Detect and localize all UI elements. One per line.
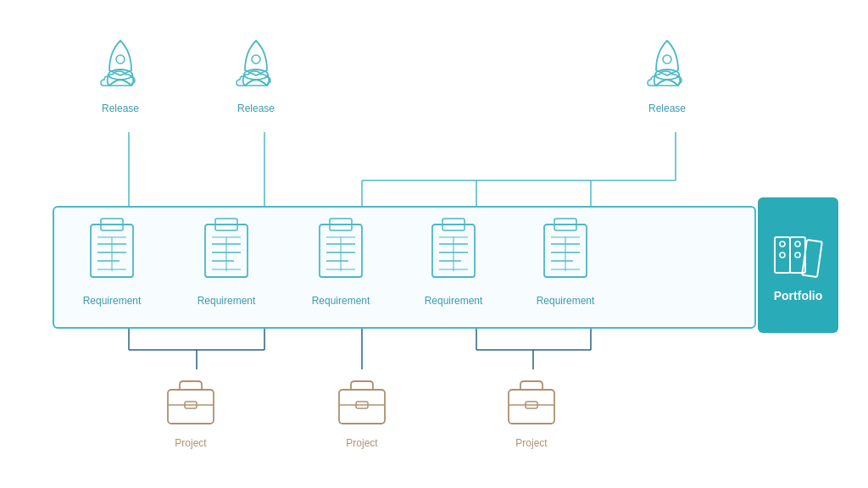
- project-1-label: Project: [175, 437, 206, 449]
- requirements-box: [53, 206, 756, 329]
- requirement-3-label: Requirement: [312, 295, 370, 307]
- portfolio-label: Portfolio: [774, 289, 823, 302]
- release-1-label: Release: [102, 103, 139, 114]
- release-3: Release: [637, 28, 697, 114]
- svg-point-21: [795, 252, 800, 258]
- requirement-icon-4: [424, 212, 483, 292]
- project-2: Project: [332, 371, 392, 449]
- svg-rect-16: [775, 237, 790, 273]
- portfolio-icon: [771, 229, 826, 284]
- svg-rect-75: [509, 390, 554, 424]
- svg-point-17: [780, 241, 785, 247]
- project-icon-3: [502, 371, 561, 435]
- project-icon-1: [161, 371, 220, 435]
- project-3: Project: [502, 371, 561, 449]
- svg-point-18: [780, 252, 785, 258]
- requirement-1: Requirement: [82, 212, 142, 307]
- requirement-5-label: Requirement: [537, 295, 595, 307]
- requirement-4: Requirement: [424, 212, 483, 307]
- requirement-2: Requirement: [197, 212, 256, 307]
- requirement-3: Requirement: [311, 212, 370, 307]
- svg-point-26: [252, 55, 260, 64]
- requirement-5: Requirement: [536, 212, 595, 307]
- requirement-2-label: Requirement: [198, 295, 256, 307]
- release-icon-2: [226, 28, 286, 100]
- requirement-4-label: Requirement: [425, 295, 483, 307]
- release-3-label: Release: [648, 103, 686, 114]
- release-icon-3: [637, 28, 697, 100]
- release-2-label: Release: [237, 103, 275, 114]
- svg-rect-69: [168, 390, 214, 424]
- requirement-icon-1: [82, 212, 142, 292]
- release-2: Release: [226, 28, 286, 114]
- release-icon-1: [91, 28, 150, 100]
- requirement-1-label: Requirement: [83, 295, 142, 307]
- project-2-label: Project: [346, 437, 377, 449]
- portfolio-box: Portfolio: [758, 197, 838, 333]
- diagram: Portfolio Release: [27, 15, 841, 473]
- requirement-icon-5: [536, 212, 595, 292]
- requirement-icon-2: [197, 212, 256, 292]
- requirement-icon-3: [311, 212, 370, 292]
- release-1: Release: [91, 28, 150, 114]
- svg-point-24: [116, 55, 125, 64]
- svg-rect-72: [339, 390, 385, 424]
- project-3-label: Project: [515, 437, 547, 449]
- svg-point-28: [663, 55, 671, 64]
- project-1: Project: [161, 371, 220, 449]
- svg-point-20: [795, 241, 800, 247]
- project-icon-2: [332, 371, 392, 435]
